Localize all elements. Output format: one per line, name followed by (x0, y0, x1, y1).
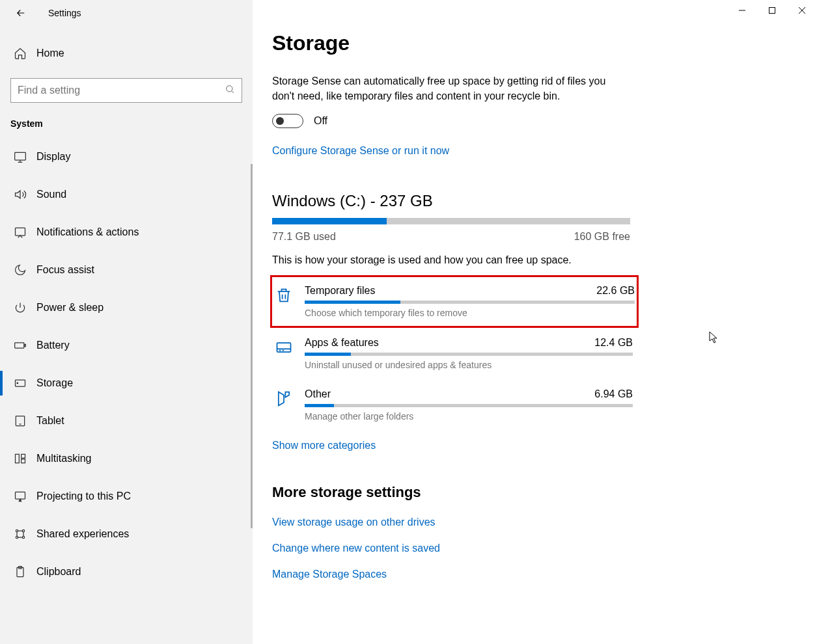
category-bar (305, 404, 633, 407)
svg-point-13 (16, 530, 18, 531)
storage-sense-toggle[interactable] (272, 114, 303, 128)
svg-rect-1 (15, 152, 26, 160)
sidebar-item-focus[interactable]: Focus assist (0, 251, 253, 289)
svg-rect-10 (21, 454, 25, 458)
category-temporary-files[interactable]: Temporary files22.6 GB Choose which temp… (270, 275, 639, 328)
category-desc: Choose which temporary files to remove (305, 308, 635, 318)
sidebar-item-label: Clipboard (36, 566, 81, 578)
category-size: 22.6 GB (596, 285, 635, 297)
sidebar-item-label: Notifications & actions (36, 226, 139, 238)
usage-description: This is how your storage is used and how… (272, 254, 817, 266)
more-storage-settings-title: More storage settings (272, 484, 817, 501)
svg-rect-3 (15, 343, 24, 348)
storage-icon (13, 376, 27, 390)
shared-icon (13, 527, 27, 541)
power-icon (13, 301, 27, 315)
other-icon (273, 388, 294, 409)
category-size: 12.4 GB (594, 337, 633, 349)
sidebar-item-label: Projecting to this PC (36, 490, 131, 502)
back-button[interactable] (10, 3, 31, 23)
sidebar-item-label: Display (36, 151, 70, 163)
apps-icon (273, 337, 294, 358)
svg-point-6 (17, 382, 18, 384)
svg-rect-4 (25, 344, 26, 346)
svg-rect-2 (16, 228, 25, 235)
app-title: Settings (48, 8, 81, 18)
storage-sense-toggle-label: Off (314, 115, 327, 127)
more-settings-link[interactable]: Manage Storage Spaces (272, 569, 817, 580)
svg-point-14 (22, 530, 24, 531)
category-bar (305, 301, 635, 304)
sidebar-item-label: Multitasking (36, 453, 91, 464)
category-bar (305, 353, 633, 356)
more-settings-link[interactable]: View storage usage on other drives (272, 517, 817, 528)
display-icon (13, 150, 27, 164)
home-icon (13, 46, 27, 60)
category-name: Apps & features (305, 337, 379, 349)
svg-point-0 (227, 86, 232, 92)
svg-rect-12 (16, 492, 25, 499)
sidebar-item-clipboard[interactable]: Clipboard (0, 553, 253, 591)
trash-icon (273, 285, 294, 306)
battery-icon (13, 338, 27, 353)
search-box[interactable] (10, 78, 242, 103)
close-button[interactable] (787, 0, 817, 21)
svg-rect-9 (16, 454, 20, 463)
category-apps-features[interactable]: Apps & features12.4 GB Uninstall unused … (272, 328, 637, 379)
drive-used: 77.1 GB used (272, 231, 336, 243)
category-name: Other (305, 388, 331, 400)
svg-point-15 (16, 536, 18, 538)
sound-icon (13, 187, 27, 202)
category-other[interactable]: Other6.94 GB Manage other large folders (272, 379, 637, 431)
sidebar-item-sound[interactable]: Sound (0, 176, 253, 213)
category-size: 6.94 GB (594, 388, 633, 400)
sidebar-home-label: Home (36, 47, 64, 59)
sidebar-item-notifications[interactable]: Notifications & actions (0, 213, 253, 251)
page-title: Storage (272, 31, 817, 55)
notifications-icon (13, 225, 27, 239)
sidebar-item-display[interactable]: Display (0, 138, 253, 176)
storage-sense-description: Storage Sense can automatically free up … (272, 74, 624, 103)
svg-point-16 (22, 536, 24, 538)
sidebar-item-storage[interactable]: Storage (0, 364, 253, 402)
category-desc: Uninstall unused or undesired apps & fea… (305, 360, 633, 370)
maximize-button[interactable] (757, 0, 787, 21)
category-desc: Manage other large folders (305, 411, 633, 422)
focus-icon (13, 263, 27, 277)
sidebar-item-label: Sound (36, 189, 66, 200)
projecting-icon (13, 489, 27, 503)
drive-title: Windows (C:) - 237 GB (272, 192, 817, 210)
sidebar-item-power[interactable]: Power & sleep (0, 289, 253, 327)
minimize-button[interactable] (727, 0, 757, 21)
svg-rect-20 (769, 8, 775, 14)
sidebar-item-tablet[interactable]: Tablet (0, 402, 253, 440)
search-input[interactable] (18, 85, 225, 96)
configure-storage-sense-link[interactable]: Configure Storage Sense or run it now (272, 145, 817, 157)
more-settings-link[interactable]: Change where new content is saved (272, 543, 817, 554)
clipboard-icon (13, 565, 27, 579)
sidebar-item-multitask[interactable]: Multitasking (0, 440, 253, 477)
drive-free: 160 GB free (574, 231, 630, 243)
sidebar-item-label: Focus assist (36, 264, 94, 276)
sidebar-item-battery[interactable]: Battery (0, 327, 253, 364)
sidebar-item-label: Tablet (36, 415, 64, 427)
sidebar-item-label: Storage (36, 377, 73, 389)
svg-rect-11 (21, 459, 25, 463)
drive-usage-bar (272, 218, 630, 224)
sidebar-item-label: Shared experiences (36, 528, 129, 540)
category-name: Temporary files (305, 285, 375, 297)
sidebar-home[interactable]: Home (0, 38, 253, 69)
multitask-icon (13, 451, 27, 466)
tablet-icon (13, 414, 27, 428)
sidebar-section-header: System (0, 103, 253, 138)
sidebar-item-projecting[interactable]: Projecting to this PC (0, 477, 253, 515)
sidebar-item-label: Power & sleep (36, 302, 104, 314)
search-icon (225, 84, 235, 97)
show-more-categories-link[interactable]: Show more categories (272, 440, 817, 451)
sidebar-item-label: Battery (36, 340, 70, 351)
sidebar-item-shared[interactable]: Shared experiences (0, 515, 253, 553)
